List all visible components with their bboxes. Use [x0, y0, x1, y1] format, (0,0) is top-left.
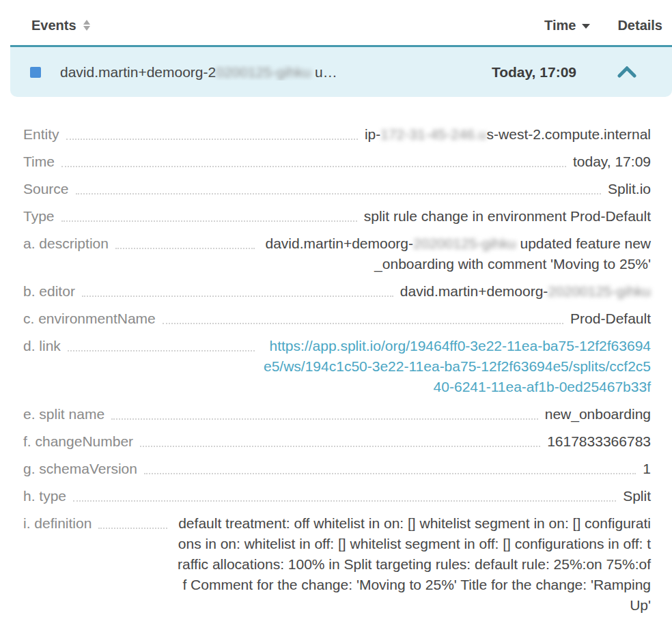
detail-value-part: david.martin+demoorg- — [266, 235, 414, 251]
detail-value: 1 — [643, 459, 651, 479]
detail-label: Type — [23, 206, 55, 227]
time-column-header[interactable]: Time — [544, 18, 590, 33]
events-column-header[interactable]: Events — [31, 18, 91, 33]
event-title-suffix: u… — [311, 64, 337, 80]
detail-row: i. definition default treatment: off whi… — [23, 513, 651, 616]
detail-value: Prod-Default — [570, 308, 651, 329]
detail-label: h. type — [23, 486, 66, 506]
dotted-leader — [115, 233, 255, 249]
detail-value: new_onboarding — [545, 404, 651, 425]
detail-label: Time — [23, 152, 55, 172]
time-column-label: Time — [544, 18, 576, 33]
dotted-leader — [61, 206, 357, 222]
detail-value: david.martin+demoorg-20200125-gihku upda… — [262, 233, 651, 274]
detail-row: a. description david.martin+demoorg-2020… — [23, 233, 651, 274]
dotted-leader — [140, 431, 540, 447]
detail-row: Source Split.io — [23, 179, 651, 199]
detail-value-part: david.martin+demoorg- — [400, 283, 548, 299]
detail-label: f. changeNumber — [23, 431, 133, 452]
dotted-leader — [76, 179, 601, 195]
redacted-text: 20200125-gihku — [413, 235, 516, 251]
detail-label: g. schemaVersion — [23, 459, 137, 479]
dotted-leader — [163, 308, 563, 324]
detail-label: i. definition — [23, 513, 92, 534]
detail-row: b. editor david.martin+demoorg-20200125-… — [23, 281, 651, 302]
detail-row: f. changeNumber 1617833366783 — [23, 431, 651, 452]
detail-row: e. split name new_onboarding — [23, 404, 651, 425]
dotted-leader — [68, 336, 255, 351]
event-title: david.martin+demoorg-20200125-gihku u… — [60, 64, 492, 81]
detail-row: Time today, 17:09 — [23, 152, 651, 172]
detail-row: c. environmentName Prod-Default — [23, 308, 651, 329]
detail-value: Split.io — [608, 179, 651, 199]
event-type-icon — [30, 67, 41, 78]
dotted-leader — [66, 124, 358, 140]
detail-value: david.martin+demoorg-20200125-gihku — [400, 281, 651, 302]
dotted-leader — [111, 404, 538, 420]
redacted-text: 0200125-gihku — [216, 64, 311, 80]
dotted-leader — [98, 513, 167, 529]
detail-label: Entity — [23, 124, 59, 145]
detail-row: Type split rule change in environment Pr… — [23, 206, 651, 227]
detail-label: a. description — [23, 233, 109, 254]
dotted-leader — [73, 486, 616, 502]
detail-value: Split — [623, 486, 651, 506]
detail-row: d. link https://app.split.io/org/19464ff… — [23, 336, 651, 397]
event-details-panel: Entity ip-172-31-45-246.us-west-2.comput… — [0, 97, 672, 616]
redacted-text: 172-31-45-246.u — [380, 126, 486, 142]
caret-down-icon — [582, 24, 590, 29]
events-column-label: Events — [31, 18, 76, 33]
chevron-up-icon[interactable] — [617, 66, 636, 78]
detail-value: 1617833366783 — [547, 431, 651, 452]
detail-row: h. type Split — [23, 486, 651, 506]
detail-value: split rule change in environment Prod-De… — [364, 206, 651, 227]
event-time: Today, 17:09 — [492, 64, 576, 81]
detail-row: Entity ip-172-31-45-246.us-west-2.comput… — [23, 124, 651, 145]
dotted-leader — [82, 281, 393, 297]
detail-label: Source — [23, 179, 69, 199]
event-row[interactable]: david.martin+demoorg-20200125-gihku u… T… — [10, 45, 672, 97]
detail-value: today, 17:09 — [573, 152, 651, 172]
table-header: Events Time Details — [0, 0, 672, 45]
detail-label: b. editor — [23, 281, 75, 302]
detail-value: default treatment: off whitelist in on: … — [174, 513, 651, 616]
detail-row: g. schemaVersion 1 — [23, 459, 651, 479]
detail-value: ip-172-31-45-246.us-west-2.compute.inter… — [365, 124, 651, 145]
dotted-leader — [144, 459, 636, 474]
details-column-header[interactable]: Details — [617, 18, 662, 33]
sort-arrows-icon — [83, 20, 91, 31]
detail-label: c. environmentName — [23, 308, 156, 329]
detail-label: e. split name — [23, 404, 104, 425]
detail-value-part: ip- — [365, 126, 380, 142]
dotted-leader — [61, 152, 566, 167]
detail-link[interactable]: https://app.split.io/org/19464ff0-3e22-1… — [262, 336, 651, 397]
event-title-prefix: david.martin+demoorg-2 — [60, 64, 216, 80]
detail-value-part: s-west-2.compute.internal — [487, 126, 651, 142]
redacted-text: 20200125-gihku — [548, 283, 651, 299]
details-column-label: Details — [617, 18, 662, 33]
detail-label: d. link — [23, 336, 61, 356]
